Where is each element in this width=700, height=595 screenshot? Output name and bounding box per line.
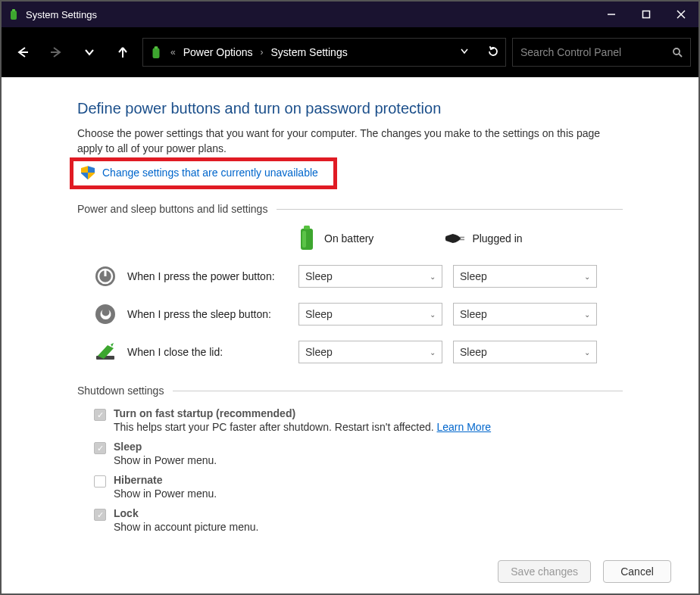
breadcrumb-item[interactable]: System Settings bbox=[271, 46, 348, 58]
address-bar[interactable]: « Power Options › System Settings bbox=[142, 38, 506, 67]
select-sleep-battery[interactable]: Sleep⌄ bbox=[298, 303, 442, 326]
window-title: System Settings bbox=[26, 9, 97, 20]
shutdown-item: ✓LockShow in account picture menu. bbox=[94, 507, 623, 533]
change-settings-link[interactable]: Change settings that are currently unava… bbox=[102, 167, 318, 179]
uac-shield-icon bbox=[81, 166, 95, 179]
select-lid-plugged[interactable]: Sleep⌄ bbox=[453, 341, 597, 363]
svg-rect-1 bbox=[12, 9, 15, 11]
minimize-button[interactable] bbox=[594, 2, 629, 27]
checkbox[interactable]: ✓ bbox=[94, 442, 106, 454]
back-button[interactable] bbox=[9, 39, 36, 66]
svg-rect-14 bbox=[460, 239, 464, 241]
svg-point-8 bbox=[673, 48, 680, 55]
battery-icon bbox=[8, 8, 20, 20]
address-dropdown-icon[interactable] bbox=[460, 46, 469, 58]
svg-point-18 bbox=[95, 304, 115, 324]
breadcrumb-item[interactable]: Power Options bbox=[183, 46, 253, 58]
search-icon bbox=[672, 47, 683, 58]
plug-icon bbox=[445, 226, 464, 251]
chevron-down-icon: ⌄ bbox=[430, 273, 436, 281]
content-area: Define power buttons and turn on passwor… bbox=[2, 77, 698, 550]
setting-row-lid: When I close the lid:Sleep⌄Sleep⌄ bbox=[94, 341, 623, 363]
lid-icon bbox=[94, 341, 117, 363]
plugged-in-label: Plugged in bbox=[472, 232, 522, 245]
highlighted-annotation: Change settings that are currently unava… bbox=[70, 157, 337, 189]
shutdown-item-desc: Show in account picture menu. bbox=[114, 521, 258, 533]
titlebar: System Settings bbox=[2, 2, 698, 27]
svg-rect-11 bbox=[304, 226, 310, 229]
chevron-down-icon: ⌄ bbox=[584, 348, 590, 357]
shutdown-item-desc: Show in Power menu. bbox=[114, 454, 217, 466]
shutdown-item-desc: This helps start your PC faster after sh… bbox=[114, 421, 491, 433]
shutdown-item: HibernateShow in Power menu. bbox=[94, 474, 623, 500]
svg-rect-6 bbox=[153, 48, 160, 58]
refresh-button[interactable] bbox=[487, 45, 499, 60]
save-changes-button[interactable]: Save changes bbox=[498, 560, 591, 583]
svg-line-9 bbox=[679, 54, 682, 57]
chevron-down-icon: ⌄ bbox=[584, 273, 590, 281]
search-placeholder: Search Control Panel bbox=[520, 46, 621, 58]
shutdown-item-title: Turn on fast startup (recommended) bbox=[114, 407, 491, 419]
cancel-button[interactable]: Cancel bbox=[603, 560, 671, 583]
sleep-icon bbox=[94, 303, 117, 326]
shutdown-item: ✓SleepShow in Power menu. bbox=[94, 441, 623, 466]
svg-rect-13 bbox=[460, 237, 464, 238]
checkbox[interactable]: ✓ bbox=[94, 409, 106, 421]
section-heading-power: Power and sleep buttons and lid settings bbox=[77, 203, 623, 215]
svg-rect-0 bbox=[11, 11, 17, 20]
page-title: Define power buttons and turn on passwor… bbox=[77, 100, 623, 117]
chevron-down-icon: ⌄ bbox=[584, 310, 590, 319]
close-button[interactable] bbox=[664, 2, 698, 27]
forward-button[interactable] bbox=[42, 39, 70, 66]
maximize-button[interactable] bbox=[629, 2, 664, 27]
shutdown-item-title: Lock bbox=[114, 507, 258, 519]
setting-row-power: When I press the power button:Sleep⌄Slee… bbox=[94, 265, 623, 288]
svg-rect-12 bbox=[302, 231, 306, 248]
shutdown-item-desc: Show in Power menu. bbox=[114, 488, 217, 500]
battery-big-icon bbox=[297, 226, 317, 251]
on-battery-header: On battery bbox=[297, 226, 373, 251]
shutdown-item: ✓Turn on fast startup (recommended)This … bbox=[94, 407, 623, 433]
shutdown-item-title: Sleep bbox=[114, 441, 217, 453]
up-button[interactable] bbox=[109, 39, 136, 66]
section-heading-text: Shutdown settings bbox=[77, 385, 164, 397]
navbar: « Power Options › System Settings Search… bbox=[2, 27, 698, 77]
select-sleep-plugged[interactable]: Sleep⌄ bbox=[453, 303, 597, 326]
learn-more-link[interactable]: Learn More bbox=[437, 421, 492, 433]
recent-dropdown[interactable] bbox=[76, 39, 103, 66]
svg-rect-3 bbox=[643, 11, 650, 18]
checkbox[interactable] bbox=[94, 475, 106, 488]
chevron-right-icon: › bbox=[261, 47, 264, 58]
select-lid-battery[interactable]: Sleep⌄ bbox=[298, 341, 442, 363]
setting-row-sleep: When I press the sleep button:Sleep⌄Slee… bbox=[94, 303, 623, 326]
breadcrumb-root-icon: « bbox=[170, 47, 176, 58]
on-battery-label: On battery bbox=[324, 232, 373, 245]
shutdown-settings-list: ✓Turn on fast startup (recommended)This … bbox=[94, 407, 623, 533]
footer: Save changes Cancel bbox=[2, 550, 698, 593]
setting-label: When I press the sleep button: bbox=[127, 308, 288, 320]
column-headers: On battery Plugged in bbox=[77, 226, 623, 251]
settings-grid: When I press the power button:Sleep⌄Slee… bbox=[94, 265, 623, 363]
chevron-down-icon: ⌄ bbox=[430, 310, 436, 319]
section-heading-text: Power and sleep buttons and lid settings bbox=[77, 203, 267, 215]
search-input[interactable]: Search Control Panel bbox=[512, 38, 691, 67]
page-description: Choose the power settings that you want … bbox=[77, 126, 623, 156]
select-power-battery[interactable]: Sleep⌄ bbox=[298, 265, 442, 288]
checkbox[interactable]: ✓ bbox=[94, 509, 106, 521]
shutdown-item-title: Hibernate bbox=[114, 474, 217, 486]
plugged-in-header: Plugged in bbox=[445, 226, 522, 251]
svg-rect-7 bbox=[155, 46, 158, 48]
chevron-down-icon: ⌄ bbox=[430, 348, 436, 357]
power-icon bbox=[94, 265, 117, 288]
section-heading-shutdown: Shutdown settings bbox=[77, 385, 623, 397]
select-power-plugged[interactable]: Sleep⌄ bbox=[453, 265, 597, 288]
setting-label: When I close the lid: bbox=[127, 346, 288, 358]
battery-icon bbox=[149, 45, 163, 59]
setting-label: When I press the power button: bbox=[127, 270, 288, 282]
